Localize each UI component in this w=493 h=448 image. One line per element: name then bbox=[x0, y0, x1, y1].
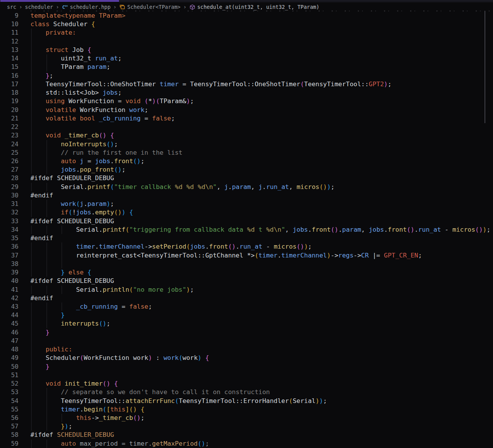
line-number[interactable]: 40 bbox=[0, 277, 18, 285]
code-line[interactable]: 52 void init_timer() { bbox=[0, 379, 493, 388]
code-line[interactable]: 14 uint32_t run_at; bbox=[0, 54, 493, 63]
line-number[interactable]: 14 bbox=[0, 54, 18, 63]
code-line[interactable]: 31 work(j.param); bbox=[0, 200, 493, 208]
line-number[interactable]: 49 bbox=[0, 354, 18, 362]
code-line[interactable]: 51 bbox=[0, 371, 493, 379]
line-number[interactable]: 46 bbox=[0, 328, 18, 337]
line-number[interactable]: 11 bbox=[0, 28, 18, 37]
line-number[interactable]: 10 bbox=[0, 20, 18, 28]
code-line[interactable]: 55 timer.begin([this]() { bbox=[0, 405, 493, 414]
code-line[interactable]: 30#endif bbox=[0, 191, 493, 200]
code-line[interactable]: 47 bbox=[0, 337, 493, 345]
line-number[interactable]: 52 bbox=[0, 379, 18, 388]
code-line[interactable]: 23 void _timer_cb() { bbox=[0, 131, 493, 140]
line-number[interactable]: 51 bbox=[0, 371, 18, 379]
line-number[interactable]: 29 bbox=[0, 183, 18, 191]
line-number[interactable]: 43 bbox=[0, 303, 18, 311]
code-line[interactable]: 17 TeensyTimerTool::OneShotTimer timer =… bbox=[0, 80, 493, 89]
code-line[interactable]: 24 noInterrupts(); bbox=[0, 140, 493, 149]
code-line[interactable]: 53 // separate so we don't have to call … bbox=[0, 388, 493, 396]
code-line[interactable]: 12 bbox=[0, 37, 493, 46]
breadcrumb-item[interactable]: C++scheduler.hpp bbox=[62, 4, 111, 10]
code-line[interactable]: 20 volatile WorkFunction work; bbox=[0, 106, 493, 114]
code-line[interactable]: 54 TeensyTimerTool::attachErrFunc(Teensy… bbox=[0, 397, 493, 405]
line-number[interactable]: 34 bbox=[0, 226, 18, 234]
code-line[interactable]: 33#ifdef SCHEDULER_DEBUG bbox=[0, 217, 493, 226]
code-line[interactable]: 13 struct Job { bbox=[0, 46, 493, 54]
code-line[interactable]: 19 using WorkFunction = void (*)(TParam&… bbox=[0, 97, 493, 105]
line-number[interactable]: 36 bbox=[0, 242, 18, 251]
code-line[interactable]: 16 }; bbox=[0, 72, 493, 80]
code-line[interactable]: 40#ifdef SCHEDULER_DEBUG bbox=[0, 277, 493, 285]
line-number[interactable]: 56 bbox=[0, 414, 18, 422]
line-number[interactable]: 26 bbox=[0, 157, 18, 165]
vertical-scrollbar[interactable] bbox=[485, 11, 485, 123]
code-line[interactable]: 44 } bbox=[0, 311, 493, 319]
code-line[interactable]: 21 volatile bool _cb_running = false; bbox=[0, 114, 493, 123]
code-line[interactable]: 27 jobs.pop_front(); bbox=[0, 165, 493, 174]
line-number[interactable]: 48 bbox=[0, 345, 18, 354]
line-number[interactable]: 31 bbox=[0, 200, 18, 208]
code-line[interactable]: 10class Scheduler { bbox=[0, 20, 493, 28]
line-number[interactable]: 23 bbox=[0, 131, 18, 140]
line-number[interactable]: 50 bbox=[0, 363, 18, 371]
code-line[interactable]: 29 Serial.printf("timer callback %d %d %… bbox=[0, 183, 493, 191]
code-line[interactable]: 15 TParam param; bbox=[0, 63, 493, 71]
code-line[interactable]: 43 _cb_running = false; bbox=[0, 303, 493, 311]
line-number[interactable]: 42 bbox=[0, 294, 18, 303]
code-line[interactable]: 22 bbox=[0, 123, 493, 131]
code-line[interactable]: 38 bbox=[0, 260, 493, 268]
line-number[interactable]: 39 bbox=[0, 268, 18, 277]
line-number[interactable]: 19 bbox=[0, 97, 18, 105]
line-number[interactable]: 27 bbox=[0, 165, 18, 174]
breadcrumb-item[interactable]: scheduler bbox=[25, 4, 53, 10]
code-line[interactable]: 58#ifdef SCHEDULER_DEBUG bbox=[0, 431, 493, 439]
line-number[interactable]: 18 bbox=[0, 89, 18, 97]
code-line[interactable]: 50 } bbox=[0, 363, 493, 371]
code-line[interactable]: 28#ifdef SCHEDULER_DEBUG bbox=[0, 174, 493, 182]
line-number[interactable]: 37 bbox=[0, 251, 18, 260]
code-line[interactable]: 32 if(!jobs.empty()) { bbox=[0, 208, 493, 217]
line-number[interactable]: 54 bbox=[0, 397, 18, 405]
code-line[interactable]: 57 }); bbox=[0, 422, 493, 431]
code-line[interactable]: 35#endif bbox=[0, 234, 493, 242]
line-number[interactable]: 30 bbox=[0, 191, 18, 200]
code-line[interactable]: 45 interrupts(); bbox=[0, 319, 493, 328]
code-line[interactable]: 49 Scheduler(WorkFunction work) : work(w… bbox=[0, 354, 493, 362]
line-number[interactable]: 15 bbox=[0, 63, 18, 71]
code-line[interactable]: 18 std::list<Job> jobs; bbox=[0, 89, 493, 97]
breadcrumb-item[interactable]: src bbox=[7, 4, 16, 10]
code-line[interactable]: 59 auto max_period = timer.getMaxPeriod(… bbox=[0, 440, 493, 448]
code-line[interactable]: 36 timer.timerChannel->setPeriod(jobs.fr… bbox=[0, 242, 493, 251]
line-number[interactable]: 28 bbox=[0, 174, 18, 182]
code-line[interactable]: 26 auto j = jobs.front(); bbox=[0, 157, 493, 165]
line-number[interactable]: 13 bbox=[0, 46, 18, 54]
line-number[interactable]: 24 bbox=[0, 140, 18, 149]
code-line[interactable]: 39 } else { bbox=[0, 268, 493, 277]
breadcrumb-item[interactable]: schedule_at(uint32_t, uint32_t, TParam) bbox=[189, 4, 319, 10]
code-line[interactable]: 9template<typename TParam> bbox=[0, 12, 493, 20]
line-number[interactable]: 59 bbox=[0, 440, 18, 448]
code-line[interactable]: 25 // run the first one in the list bbox=[0, 149, 493, 157]
line-number[interactable]: 41 bbox=[0, 286, 18, 294]
code-line[interactable]: 11 private: bbox=[0, 28, 493, 37]
code-line[interactable]: 46 } bbox=[0, 328, 493, 337]
line-number[interactable]: 35 bbox=[0, 234, 18, 242]
line-number[interactable]: 32 bbox=[0, 208, 18, 217]
code-line[interactable]: 48 public: bbox=[0, 345, 493, 354]
line-number[interactable]: 9 bbox=[0, 12, 18, 20]
code-line[interactable]: 41 Serial.println("no more jobs"); bbox=[0, 286, 493, 294]
line-number[interactable]: 55 bbox=[0, 405, 18, 414]
code-editor[interactable]: 9template<typename TParam>10class Schedu… bbox=[0, 12, 493, 448]
line-number[interactable]: 38 bbox=[0, 260, 18, 268]
line-number[interactable]: 22 bbox=[0, 123, 18, 131]
line-number[interactable]: 20 bbox=[0, 106, 18, 114]
line-number[interactable]: 12 bbox=[0, 37, 18, 46]
code-line[interactable]: 37 reinterpret_cast<TeensyTimerTool::Gpt… bbox=[0, 251, 493, 260]
line-number[interactable]: 58 bbox=[0, 431, 18, 439]
breadcrumb-item[interactable]: Scheduler<TParam> bbox=[119, 4, 181, 10]
line-number[interactable]: 44 bbox=[0, 311, 18, 319]
line-number[interactable]: 33 bbox=[0, 217, 18, 226]
code-line[interactable]: 42#endif bbox=[0, 294, 493, 303]
line-number[interactable]: 25 bbox=[0, 149, 18, 157]
